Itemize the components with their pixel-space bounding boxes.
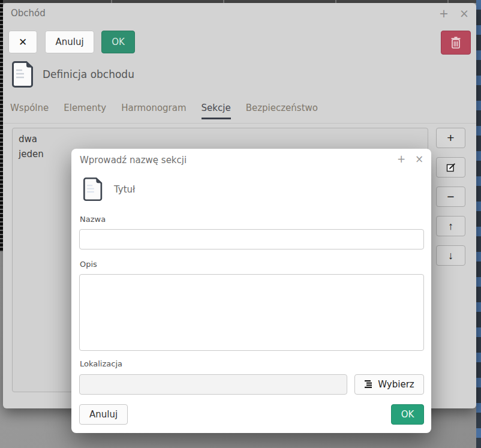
close-icon[interactable]: × [458,6,470,20]
dialog-controls: + × [396,152,424,166]
list-icon [364,380,373,389]
document-icon [12,61,34,88]
list-item[interactable]: dwa [13,132,428,147]
name-label: Nazwa [80,215,106,224]
maximize-icon[interactable]: + [396,152,406,166]
dialog-ok-button[interactable]: OK [391,404,424,425]
choose-location-button[interactable]: Wybierz [354,374,424,395]
description-label: Opis [80,260,97,269]
document-icon [83,176,103,202]
dialog-header: Tytuł [83,176,135,202]
tab-harmonogram[interactable]: Harmonogram [121,103,186,119]
move-down-button[interactable]: ↓ [436,245,465,266]
tab-bar: Wspólne Elementy Harmonogram Sekcje Bezp… [10,103,464,119]
form-header: Definicja obchodu [12,61,134,88]
window-title: Obchód [11,8,46,19]
tab-sekcje[interactable]: Sekcje [202,103,231,119]
remove-section-button[interactable]: − [436,187,465,207]
dialog-cancel-button[interactable]: Anuluj [79,404,128,425]
location-input[interactable] [79,374,347,395]
dialog-subtitle: Tytuł [114,184,135,195]
window-controls: + × [438,6,470,20]
delete-button[interactable] [441,31,471,55]
maximize-icon[interactable]: + [438,6,450,20]
trash-icon [450,37,461,49]
close-button[interactable]: ✕ [8,31,37,53]
form-title: Definicja obchodu [43,68,134,80]
tab-bezpieczenstwo[interactable]: Bezpieczeństwo [246,103,318,119]
edit-section-button[interactable] [436,157,465,178]
move-up-button[interactable]: ↑ [436,216,465,236]
dialog-title: Wprowadź nazwę sekcji [80,155,187,166]
location-label: Lokalizacja [80,359,122,368]
cancel-button[interactable]: Anuluj [45,31,94,53]
close-icon[interactable]: × [414,152,424,166]
tab-elementy[interactable]: Elementy [64,103,106,119]
name-input[interactable] [79,229,424,249]
choose-label: Wybierz [378,379,414,390]
tab-wspolne[interactable]: Wspólne [10,103,49,119]
edit-icon [446,163,456,173]
background-right-edge [476,0,481,448]
tab-separator [3,123,476,124]
add-section-button[interactable]: + [436,128,465,148]
description-input[interactable] [79,274,424,351]
ok-button[interactable]: OK [101,31,135,53]
section-name-dialog: Wprowadź nazwę sekcji + × Tytuł Nazwa Op… [71,149,431,433]
toolbar: ✕ Anuluj OK [8,31,471,55]
